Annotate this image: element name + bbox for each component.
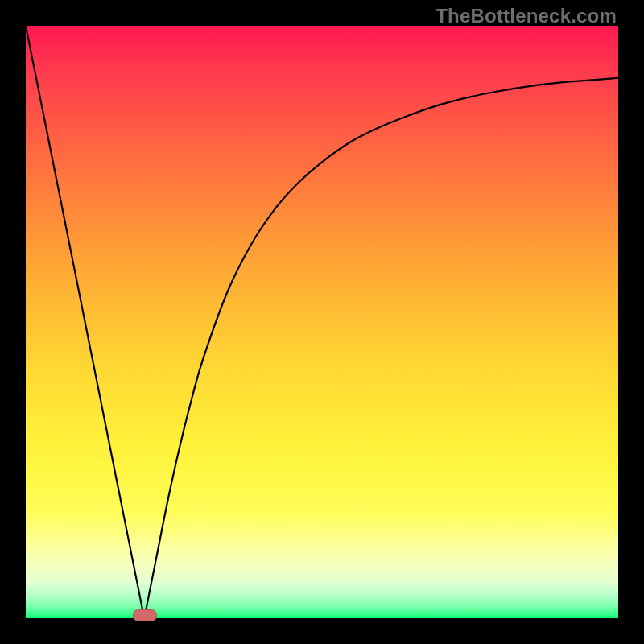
- plot-area: [26, 26, 618, 618]
- minimum-marker: [133, 609, 157, 621]
- watermark-text: TheBottleneck.com: [436, 5, 617, 27]
- bottleneck-curve: [26, 26, 618, 618]
- chart-frame: TheBottleneck.com: [0, 0, 644, 644]
